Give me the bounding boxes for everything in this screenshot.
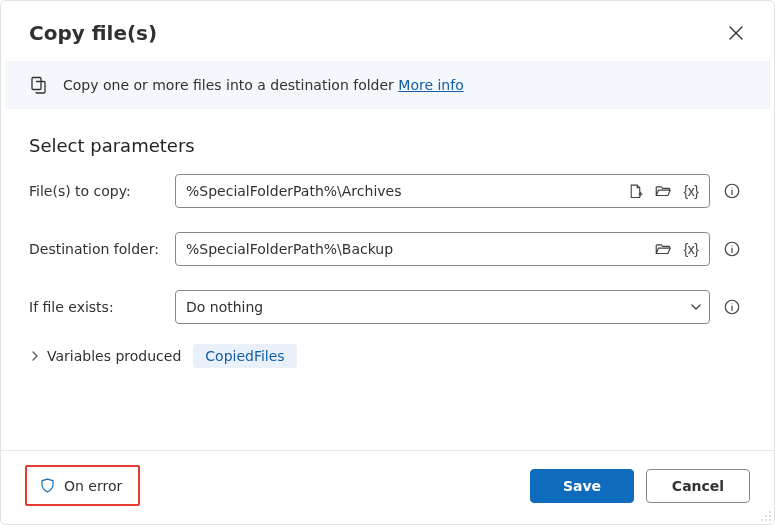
insert-variable-button-dest[interactable]: {x} bbox=[679, 237, 703, 261]
banner-text: Copy one or more files into a destinatio… bbox=[63, 77, 464, 93]
destination-folder-input[interactable] bbox=[186, 233, 647, 265]
files-to-copy-info-button[interactable] bbox=[718, 179, 746, 203]
close-icon bbox=[729, 26, 743, 40]
variables-produced-label: Variables produced bbox=[47, 348, 181, 364]
on-error-highlight: On error bbox=[25, 465, 140, 506]
row-files-to-copy: File(s) to copy: {x} bbox=[29, 174, 746, 208]
info-icon bbox=[723, 240, 741, 258]
on-error-label: On error bbox=[64, 478, 122, 494]
label-files-to-copy: File(s) to copy: bbox=[29, 183, 167, 199]
banner-description: Copy one or more files into a destinatio… bbox=[63, 77, 398, 93]
copy-files-dialog: Copy file(s) Copy one or more files into… bbox=[0, 0, 775, 525]
if-file-exists-select[interactable]: Do nothing bbox=[175, 290, 710, 324]
footer-actions: Save Cancel bbox=[530, 469, 750, 503]
files-to-copy-input[interactable] bbox=[186, 175, 619, 207]
shield-icon bbox=[39, 477, 56, 494]
copy-icon bbox=[29, 75, 49, 95]
info-icon bbox=[723, 298, 741, 316]
destination-folder-field[interactable]: {x} bbox=[175, 232, 710, 266]
label-destination-folder: Destination folder: bbox=[29, 241, 167, 257]
chevron-down-icon bbox=[689, 300, 703, 314]
row-variables-produced: Variables produced CopiedFiles bbox=[29, 344, 746, 368]
row-destination-folder: Destination folder: {x} bbox=[29, 232, 746, 266]
folder-open-icon bbox=[654, 182, 672, 200]
more-info-link[interactable]: More info bbox=[398, 77, 463, 93]
variable-icon: {x} bbox=[682, 241, 701, 257]
select-file-button[interactable] bbox=[623, 179, 647, 203]
dialog-title: Copy file(s) bbox=[29, 21, 157, 45]
variables-produced-toggle[interactable]: Variables produced bbox=[29, 348, 181, 364]
svg-point-2 bbox=[731, 187, 732, 188]
chevron-right-icon bbox=[29, 350, 41, 362]
if-file-exists-info-button[interactable] bbox=[718, 295, 746, 319]
svg-point-6 bbox=[731, 303, 732, 304]
row-if-file-exists: If file exists: Do nothing bbox=[29, 290, 746, 324]
info-icon bbox=[723, 182, 741, 200]
on-error-button[interactable]: On error bbox=[33, 473, 128, 498]
section-title: Select parameters bbox=[29, 135, 746, 156]
if-file-exists-value: Do nothing bbox=[186, 299, 263, 315]
description-banner: Copy one or more files into a destinatio… bbox=[5, 61, 770, 109]
files-to-copy-field[interactable]: {x} bbox=[175, 174, 710, 208]
browse-folder-button-dest[interactable] bbox=[651, 237, 675, 261]
label-if-file-exists: If file exists: bbox=[29, 299, 167, 315]
dialog-footer: On error Save Cancel bbox=[1, 450, 774, 524]
browse-folder-button[interactable] bbox=[651, 179, 675, 203]
variable-icon: {x} bbox=[682, 183, 701, 199]
insert-variable-button[interactable]: {x} bbox=[679, 179, 703, 203]
destination-folder-info-button[interactable] bbox=[718, 237, 746, 261]
folder-open-icon bbox=[654, 240, 672, 258]
variable-chip-copiedfiles[interactable]: CopiedFiles bbox=[193, 344, 296, 368]
save-button[interactable]: Save bbox=[530, 469, 634, 503]
cancel-button[interactable]: Cancel bbox=[646, 469, 750, 503]
svg-rect-0 bbox=[32, 78, 41, 90]
dialog-body: Select parameters File(s) to copy: {x} bbox=[1, 109, 774, 450]
close-button[interactable] bbox=[720, 17, 752, 49]
dialog-header: Copy file(s) bbox=[1, 1, 774, 55]
file-picker-icon bbox=[627, 183, 644, 200]
svg-point-4 bbox=[731, 245, 732, 246]
